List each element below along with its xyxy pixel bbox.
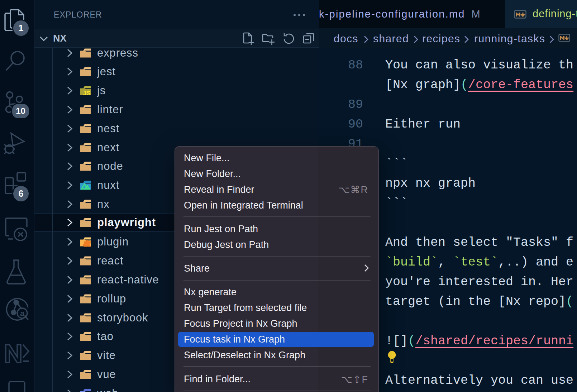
svg-text:JS: JS [83,90,91,96]
svg-text:a: a [20,309,25,318]
